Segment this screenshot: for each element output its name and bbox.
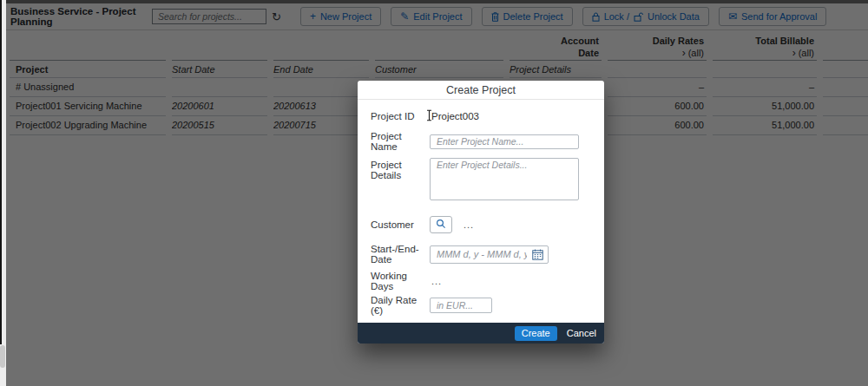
calendar-icon[interactable]	[532, 249, 543, 262]
window-gutter	[0, 0, 6, 386]
working-days-label: Working Days	[371, 271, 430, 291]
date-range-row: Start-/End-Date	[371, 244, 591, 265]
date-range-input[interactable]	[430, 245, 549, 264]
project-name-label: Project Name	[371, 131, 430, 152]
project-details-label: Project Details	[371, 160, 430, 180]
create-button[interactable]: Create	[515, 326, 557, 341]
cancel-button[interactable]: Cancel	[567, 328, 596, 338]
project-name-row: Project Name	[371, 131, 591, 152]
project-id-row: Project ID Project003	[371, 108, 591, 124]
project-id-value: Project003	[430, 111, 479, 121]
daily-rate-input[interactable]	[430, 298, 492, 313]
daily-rate-label: Daily Rate (€)	[371, 295, 430, 316]
project-id-label: Project ID	[371, 111, 430, 121]
project-name-input[interactable]	[430, 134, 579, 149]
customer-row: Customer ...	[371, 216, 591, 233]
working-days-value: ...	[431, 276, 442, 286]
text-cursor-icon	[426, 109, 432, 123]
dialog-footer: Create Cancel	[358, 323, 604, 343]
working-days-row: Working Days ...	[371, 275, 591, 287]
dialog-body: Project ID Project003 Project Name Proje…	[358, 108, 604, 338]
scrollbar-thumb[interactable]	[0, 345, 5, 368]
project-details-row: Project Details	[371, 158, 591, 202]
search-icon	[436, 219, 446, 231]
customer-value-help-button[interactable]	[430, 216, 452, 233]
customer-value: ...	[464, 219, 474, 230]
dialog-title: Create Project	[358, 81, 604, 100]
project-details-textarea[interactable]	[430, 158, 579, 200]
customer-label: Customer	[371, 219, 430, 230]
date-range-label: Start-/End-Date	[371, 244, 430, 265]
window-edge-line	[0, 0, 2, 344]
daily-rate-row: Daily Rate (€)	[371, 295, 591, 316]
create-project-dialog: Create Project Project ID Project003 Pro…	[358, 81, 604, 343]
